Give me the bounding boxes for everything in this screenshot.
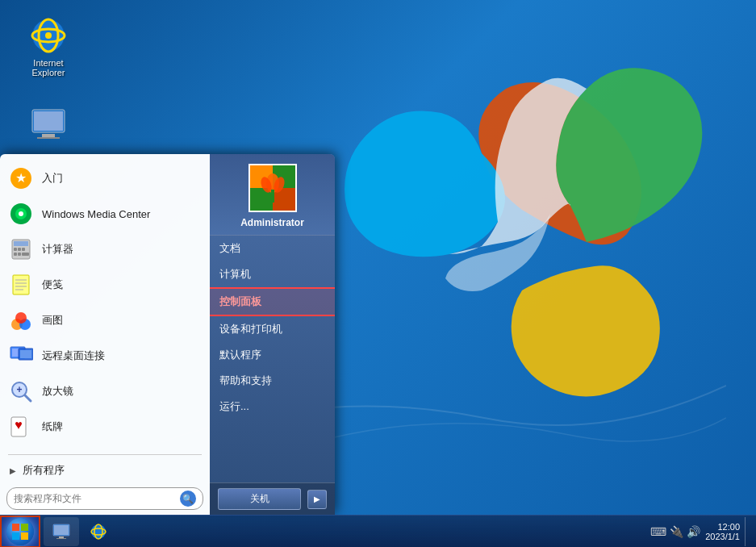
menu-item-getting-started[interactable]: ★ 入门	[0, 161, 210, 196]
shutdown-label: 关机	[250, 493, 269, 504]
documents-label: 文档	[219, 241, 240, 256]
right-menu-computer[interactable]: 计算机	[210, 261, 335, 287]
ie-label: InternetExplorer	[32, 58, 65, 77]
clock: 12:00 2023/1/1	[705, 522, 740, 541]
menu-item-calculator[interactable]: 计算器	[0, 232, 210, 267]
getting-started-icon: ★	[8, 165, 34, 191]
svg-rect-47	[12, 532, 19, 540]
menu-item-notepad[interactable]: 便笺	[0, 267, 210, 303]
svg-point-53	[91, 524, 106, 539]
search-button[interactable]: 🔍	[180, 491, 196, 507]
menu-divider	[8, 454, 202, 455]
desktop: InternetExplorer ★ 入门	[0, 0, 756, 547]
svg-text:♥: ♥	[15, 418, 23, 432]
user-section: Administrator	[210, 154, 335, 236]
svg-rect-48	[21, 532, 28, 540]
svg-rect-19	[18, 253, 21, 256]
devices-label: 设备和打印机	[219, 322, 282, 336]
desktop-icon-computer[interactable]	[16, 105, 81, 147]
getting-started-label: 入门	[42, 171, 63, 186]
menu-item-solitaire[interactable]: ♥ 纸牌	[0, 409, 210, 445]
menu-item-windows-media-center[interactable]: Windows Media Center	[0, 196, 210, 232]
start-menu-left-panel: ★ 入门 Windows Media Center 计算器	[0, 154, 210, 515]
default-programs-label: 默认程序	[219, 348, 261, 362]
keyboard-icon: ⌨	[650, 525, 666, 538]
right-menu-default-programs[interactable]: 默认程序	[210, 342, 335, 368]
svg-rect-7	[37, 137, 60, 139]
volume-icon: 🔊	[687, 525, 700, 538]
svg-rect-32	[20, 350, 31, 358]
start-menu-right-panel: Administrator 文档 计算机 控制面板 设备和打印机 默认程序	[210, 154, 335, 515]
tray-icons: ⌨ 🔌 🔊	[650, 525, 700, 538]
menu-item-remote-desktop[interactable]: 远程桌面连接	[0, 338, 210, 374]
shutdown-button[interactable]: 关机	[218, 488, 301, 510]
wmc-label: Windows Media Center	[42, 208, 150, 220]
menu-item-paint[interactable]: 画图	[0, 303, 210, 338]
shutdown-arrow-button[interactable]: ▶	[307, 490, 327, 509]
remote-desktop-icon	[8, 343, 34, 369]
svg-rect-51	[59, 537, 64, 538]
svg-point-3	[45, 32, 52, 39]
svg-rect-20	[22, 253, 29, 256]
help-label: 帮助和支持	[219, 374, 272, 388]
magnifier-icon: +	[8, 378, 34, 404]
taskbar-item-desktop[interactable]	[44, 517, 79, 546]
svg-point-12	[19, 211, 23, 216]
right-menu-run[interactable]: 运行...	[210, 394, 335, 420]
right-menu-documents[interactable]: 文档	[210, 236, 335, 261]
start-menu-items-list: ★ 入门 Windows Media Center 计算器	[0, 154, 210, 451]
all-programs[interactable]: ▶ 所有程序	[0, 458, 210, 482]
svg-rect-21	[13, 275, 29, 294]
magnifier-label: 放大镜	[42, 384, 73, 399]
taskbar: ⌨ 🔌 🔊 12:00 2023/1/1	[0, 515, 756, 547]
notepad-icon	[8, 272, 34, 298]
start-button[interactable]	[0, 516, 40, 548]
start-menu: ★ 入门 Windows Media Center 计算器	[0, 154, 335, 515]
desktop-icon-internet-explorer[interactable]: InternetExplorer	[16, 16, 81, 77]
taskbar-item-ie[interactable]	[81, 517, 116, 546]
right-menu-items: 文档 计算机 控制面板 设备和打印机 默认程序 帮助和支持 运行	[210, 236, 335, 420]
svg-rect-6	[42, 134, 55, 137]
all-programs-arrow-icon: ▶	[10, 466, 16, 475]
all-programs-label: 所有程序	[23, 463, 65, 478]
wmc-icon	[8, 201, 34, 227]
solitaire-icon: ♥	[8, 414, 34, 440]
svg-rect-16	[18, 248, 21, 251]
computer-label-right: 计算机	[219, 267, 251, 282]
svg-text:★: ★	[15, 171, 27, 185]
paint-icon	[8, 307, 34, 333]
calculator-icon	[8, 236, 34, 262]
ie-icon-image	[29, 16, 68, 55]
search-input[interactable]	[14, 493, 175, 504]
time-display: 12:00	[705, 522, 740, 532]
user-name: Administrator	[240, 217, 304, 228]
right-menu-control-panel[interactable]: 控制面板	[210, 287, 335, 316]
date-display: 2023/1/1	[705, 532, 740, 541]
network-icon: 🔌	[670, 525, 683, 538]
svg-rect-52	[56, 538, 66, 539]
paint-label: 画图	[42, 313, 63, 328]
system-tray: ⌨ 🔌 🔊 12:00 2023/1/1	[650, 517, 756, 546]
svg-line-34	[25, 395, 31, 401]
svg-rect-44	[271, 190, 274, 203]
svg-rect-46	[21, 524, 28, 531]
right-menu-help[interactable]: 帮助和支持	[210, 368, 335, 394]
svg-rect-14	[14, 241, 28, 246]
user-avatar	[249, 164, 297, 212]
show-desktop-button[interactable]	[745, 517, 750, 546]
taskbar-items	[44, 516, 116, 547]
svg-point-28	[15, 312, 27, 324]
computer-icon-image	[29, 105, 68, 144]
start-orb	[6, 518, 34, 545]
svg-rect-45	[12, 524, 19, 531]
solitaire-label: 纸牌	[42, 420, 63, 434]
search-bar: 🔍	[6, 487, 203, 510]
remote-desktop-label: 远程桌面连接	[42, 349, 105, 363]
svg-rect-18	[14, 253, 17, 256]
control-panel-label: 控制面板	[219, 294, 261, 309]
notepad-label: 便笺	[42, 278, 63, 292]
run-label: 运行...	[219, 399, 249, 414]
right-menu-devices[interactable]: 设备和打印机	[210, 316, 335, 342]
shutdown-area: 关机 ▶	[210, 482, 335, 515]
menu-item-magnifier[interactable]: + 放大镜	[0, 374, 210, 409]
